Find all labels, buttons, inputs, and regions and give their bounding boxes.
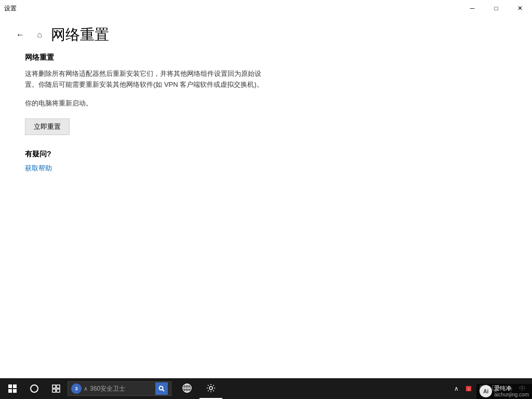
start-button[interactable] [2,378,23,399]
svg-point-4 [31,385,38,392]
svg-point-15 [209,387,212,390]
title-bar: 设置 ─ □ ✕ [0,0,532,17]
watermark: Ai 爱纯净 aichunjing.com [476,384,532,399]
home-icon: ⌂ [37,30,42,39]
svg-rect-3 [13,389,17,393]
home-icon-wrap: ⌂ [34,30,45,40]
svg-rect-1 [13,384,17,388]
svg-line-10 [163,390,165,392]
watermark-brand: 爱纯净 [494,385,529,392]
svg-rect-0 [8,384,12,388]
minimize-button[interactable]: ─ [460,0,484,17]
svg-rect-2 [8,389,12,393]
back-icon: ← [16,30,24,39]
watermark-ai-text: Ai [483,389,488,394]
taskbar: 3 ∧ [0,378,532,399]
back-button[interactable]: ← [12,27,28,43]
section-heading: 网络重置 [25,53,507,62]
icon-360: 3 [71,383,82,394]
svg-rect-6 [57,385,60,388]
page-header: ← ⌂ 网络重置 [0,17,532,49]
content-area: 网络重置 这将删除所有网络适配器然后重新安装它们，并将其他网络组件设置回为原始设… [0,49,532,378]
chevron-icon: ∧ [84,385,88,392]
taskbar-app-network[interactable] [176,378,198,399]
reset-now-button[interactable]: 立即重置 [25,118,70,135]
question-title: 有疑问? [25,150,507,159]
help-link[interactable]: 获取帮助 [25,164,52,172]
taskbar-search-bar[interactable]: 3 ∧ [68,381,171,396]
cortana-button[interactable] [24,378,45,399]
svg-text:!: ! [468,387,469,392]
restore-button[interactable]: □ [484,0,508,17]
main-content: ← ⌂ 网络重置 网络重置 这将删除所有网络适配器然后重新安装它们，并将其他网络… [0,17,532,378]
watermark-site: aichunjing.com [494,392,529,398]
svg-rect-5 [52,385,56,388]
restart-notice: 你的电脑将重新启动。 [25,99,507,108]
page-title: 网络重置 [51,25,109,45]
close-button[interactable]: ✕ [508,0,532,17]
svg-point-9 [159,387,163,390]
task-view-button[interactable] [46,378,66,399]
tray-chevron[interactable]: ∧ [452,378,461,399]
search-input[interactable] [90,385,152,392]
tray-security[interactable]: ! [463,378,474,399]
chevron-up-icon: ∧ [454,385,459,392]
taskbar-center [176,378,222,399]
taskbar-app-settings[interactable] [200,378,222,399]
taskbar-left: 3 ∧ [2,378,171,399]
system-tray: ∧ ! 中 [452,378,530,399]
app-title: 设置 [4,4,17,13]
question-section: 有疑问? 获取帮助 [25,150,507,173]
watermark-logo: Ai [480,385,492,397]
svg-rect-8 [57,389,60,392]
search-button[interactable] [155,382,168,395]
svg-rect-7 [52,389,56,392]
section-description: 这将删除所有网络适配器然后重新安装它们，并将其他网络组件设置回为原始设置。你随后… [25,69,264,90]
